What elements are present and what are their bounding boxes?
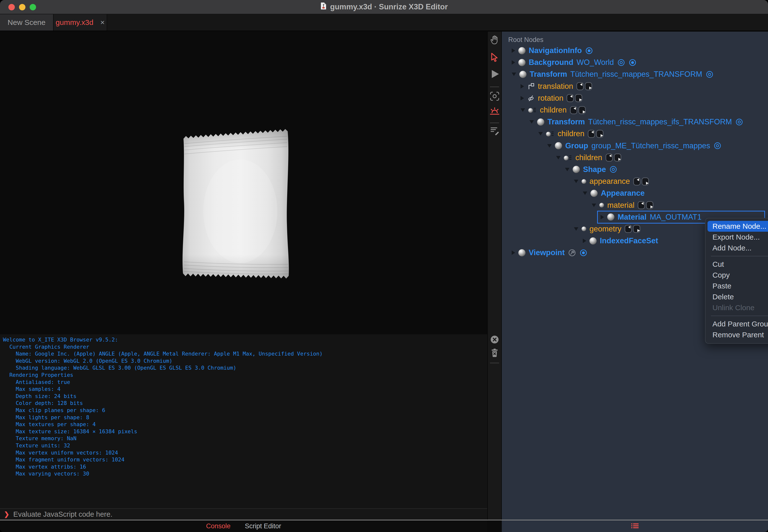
close-window-button[interactable] bbox=[8, 4, 15, 10]
route-connector-icons[interactable] bbox=[588, 130, 604, 138]
outline-row-children[interactable]: children bbox=[502, 152, 768, 164]
collapse-arrow-icon[interactable] bbox=[565, 168, 569, 171]
route-connector-icons[interactable] bbox=[570, 106, 586, 114]
menu-item-delete[interactable]: Delete bbox=[706, 291, 768, 302]
bind-target-icon[interactable] bbox=[585, 47, 593, 55]
minimize-window-button[interactable] bbox=[19, 4, 25, 10]
node-sphere-icon bbox=[607, 213, 615, 221]
translation-field-icon bbox=[527, 83, 535, 90]
visibility-icon[interactable] bbox=[609, 165, 617, 173]
console-line: Max clip planes per shape: 6 bbox=[3, 407, 487, 414]
tab-gummy-x3d[interactable]: gummy.x3d × bbox=[54, 14, 107, 31]
route-connector-icons[interactable] bbox=[638, 201, 654, 209]
collapse-arrow-icon[interactable] bbox=[547, 144, 552, 148]
menu-item-copy[interactable]: Copy bbox=[706, 270, 768, 281]
expand-arrow-icon[interactable] bbox=[520, 84, 524, 89]
viewport-3d[interactable] bbox=[0, 32, 487, 334]
route-connector-icons[interactable] bbox=[625, 225, 640, 233]
menu-item-add-node[interactable]: Add Node... bbox=[706, 243, 768, 253]
outline-row-background[interactable]: BackgroundWO_World bbox=[502, 57, 768, 68]
outline-row-appearance[interactable]: Appearance bbox=[502, 187, 768, 199]
tab-close-icon[interactable]: × bbox=[100, 18, 105, 27]
menu-item-rename-node[interactable]: Rename Node... bbox=[708, 221, 768, 232]
console-line: Texture memory: NaN bbox=[3, 435, 487, 442]
console-line: Color depth: 128 bits bbox=[3, 400, 487, 407]
expand-arrow-icon[interactable] bbox=[512, 60, 515, 65]
outline-row-rotation[interactable]: rotation bbox=[502, 92, 768, 104]
expand-arrow-icon[interactable] bbox=[512, 48, 515, 53]
outline-row-translation[interactable]: translation bbox=[502, 80, 768, 92]
tab-console[interactable]: Console bbox=[206, 522, 231, 530]
look-at-icon[interactable] bbox=[489, 91, 500, 103]
visibility-icon[interactable] bbox=[713, 142, 722, 150]
route-connector-icons[interactable] bbox=[606, 153, 621, 162]
field-name: geometry bbox=[590, 225, 621, 233]
collapse-arrow-icon[interactable] bbox=[529, 120, 534, 124]
select-arrow-icon[interactable] bbox=[489, 52, 500, 64]
node-type-name: Appearance bbox=[601, 189, 645, 198]
play-icon[interactable] bbox=[489, 68, 500, 81]
script-icon[interactable] bbox=[489, 125, 500, 137]
console-prompt[interactable]: ❯ Evaluate JavaScript code here. bbox=[0, 508, 487, 520]
menu-item-paste[interactable]: Paste bbox=[706, 281, 768, 291]
outline-row-shape[interactable]: Shape bbox=[502, 164, 768, 175]
expand-arrow-icon[interactable] bbox=[520, 96, 524, 100]
expand-arrow-icon[interactable] bbox=[512, 250, 515, 255]
field-name: translation bbox=[538, 82, 573, 91]
menu-item-export-node[interactable]: Export Node... bbox=[706, 232, 768, 243]
route-connector-icons[interactable] bbox=[566, 94, 582, 102]
field-name: rotation bbox=[538, 94, 563, 103]
outline-row-navigationinfo[interactable]: NavigationInfo bbox=[502, 45, 768, 57]
clear-console-icon[interactable] bbox=[490, 335, 499, 345]
menu-item-add-parent-group[interactable]: Add Parent Group bbox=[706, 319, 768, 329]
node-type-name: Viewpoint bbox=[529, 248, 565, 257]
expand-arrow-icon[interactable] bbox=[601, 215, 604, 219]
collapse-arrow-icon[interactable] bbox=[520, 108, 525, 112]
outline-row-material[interactable]: material bbox=[502, 199, 768, 211]
console-line: Welcome to X_ITE X3D Browser v9.5.2: bbox=[3, 336, 487, 343]
outline-list-icon[interactable] bbox=[631, 523, 639, 530]
menu-item-cut[interactable]: Cut bbox=[706, 259, 768, 270]
viewport-tool-column bbox=[487, 32, 502, 520]
tab-label: gummy.x3d bbox=[56, 18, 93, 27]
prompt-placeholder: Evaluate JavaScript code here. bbox=[13, 510, 112, 518]
delete-messages-icon[interactable] bbox=[490, 348, 499, 359]
wrench-icon[interactable] bbox=[568, 249, 576, 257]
console-line: WebGL version: WebGL 2.0 (OpenGL ES 3.0 … bbox=[3, 358, 487, 365]
visibility-icon[interactable] bbox=[735, 118, 743, 126]
collapse-arrow-icon[interactable] bbox=[512, 73, 516, 76]
visibility-icon[interactable] bbox=[617, 58, 625, 67]
console-line: Shading language: WebGL GLSL ES 3.00 (Op… bbox=[3, 364, 487, 372]
bind-target-icon[interactable] bbox=[629, 58, 637, 67]
outline-row-transform[interactable]: TransformTütchen_rissc_mappes_TRANSFORM bbox=[502, 68, 768, 80]
tab-new-scene[interactable]: New Scene bbox=[0, 14, 54, 31]
hand-icon[interactable] bbox=[489, 35, 500, 47]
node-type-name: Material bbox=[618, 213, 647, 222]
visibility-icon[interactable] bbox=[706, 70, 714, 78]
outline-row-transform[interactable]: TransformTütchen_rissc_mappes_ifs_TRANSF… bbox=[502, 116, 768, 128]
light-icon[interactable] bbox=[489, 106, 500, 118]
expand-arrow-icon[interactable] bbox=[583, 239, 586, 243]
collapse-arrow-icon[interactable] bbox=[538, 132, 543, 135]
menu-item-remove-parent[interactable]: Remove Parent bbox=[706, 329, 768, 340]
tab-script-editor[interactable]: Script Editor bbox=[245, 522, 281, 530]
collapse-arrow-icon[interactable] bbox=[556, 156, 560, 159]
console-line: Antialiased: true bbox=[3, 379, 487, 386]
zoom-window-button[interactable] bbox=[30, 4, 36, 10]
bind-target-icon[interactable] bbox=[579, 249, 588, 257]
route-connector-icons[interactable] bbox=[577, 82, 592, 90]
outline-row-children[interactable]: children bbox=[502, 128, 768, 140]
collapse-arrow-icon[interactable] bbox=[583, 191, 587, 195]
outline-row-group[interactable]: Groupgroup_ME_Tütchen_rissc_mappes bbox=[502, 140, 768, 152]
node-sphere-icon bbox=[518, 47, 525, 54]
sunrize-window: gummy.x3d · Sunrize X3D Editor New Scene… bbox=[0, 0, 768, 532]
collapse-arrow-icon[interactable] bbox=[574, 227, 579, 231]
route-connector-icons[interactable] bbox=[633, 177, 649, 186]
outline-row-children[interactable]: children bbox=[502, 104, 768, 116]
console-log[interactable]: Welcome to X_ITE X3D Browser v9.5.2: Cur… bbox=[0, 334, 487, 508]
collapse-arrow-icon[interactable] bbox=[592, 204, 596, 207]
node-type-name: IndexedFaceSet bbox=[600, 236, 658, 245]
collapse-arrow-icon[interactable] bbox=[574, 180, 579, 183]
node-sphere-icon bbox=[518, 59, 525, 66]
outline-row-appearance[interactable]: appearance bbox=[502, 175, 768, 187]
